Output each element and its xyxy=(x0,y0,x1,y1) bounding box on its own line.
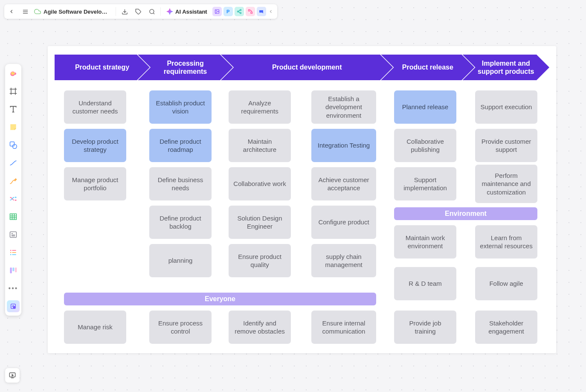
ai-assistant-label: AI Assistant xyxy=(175,9,207,15)
card-define-business[interactable]: Define business needs xyxy=(149,167,212,200)
svg-rect-15 xyxy=(251,12,252,14)
sticky-note-tool[interactable] xyxy=(7,121,20,133)
kanban-tool[interactable] xyxy=(7,264,20,276)
text-card-tool[interactable] xyxy=(7,229,20,241)
card-supply-chain[interactable]: supply chain management xyxy=(311,244,376,277)
phase-implement-support[interactable]: Implement and support products xyxy=(462,55,549,80)
pen-tool[interactable] xyxy=(7,175,20,187)
card-learn-external[interactable]: Learn from external resources xyxy=(475,225,537,258)
svg-rect-41 xyxy=(10,267,12,273)
card-manage-portfolio[interactable]: Manage product portfolio xyxy=(64,167,126,200)
band-everyone[interactable]: Everyone xyxy=(64,293,376,305)
table-tool[interactable] xyxy=(7,211,20,223)
diagram-canvas[interactable]: Product strategy Processing requirements… xyxy=(48,46,556,353)
tool-chip-chat[interactable] xyxy=(257,7,266,16)
top-toolbar: Agile Software Develop… AI Assistant P xyxy=(4,4,277,19)
separator xyxy=(116,7,116,16)
card-develop-strategy[interactable]: Develop product strategy xyxy=(64,129,126,162)
svg-rect-26 xyxy=(10,214,17,219)
card-rd-team[interactable]: R & D team xyxy=(394,267,456,300)
svg-rect-14 xyxy=(248,10,250,12)
band-environment[interactable]: Environment xyxy=(394,207,537,220)
svg-line-6 xyxy=(153,13,154,14)
phase-product-strategy[interactable]: Product strategy xyxy=(55,55,150,80)
svg-line-13 xyxy=(238,10,240,11)
connector-tool[interactable] xyxy=(7,157,20,169)
card-dev-environment[interactable]: Establish a development environment xyxy=(311,90,376,124)
search-button[interactable] xyxy=(145,6,158,17)
svg-line-12 xyxy=(238,12,240,13)
svg-point-38 xyxy=(10,250,12,251)
card-process-control[interactable]: Ensure process control xyxy=(149,311,212,344)
card-follow-agile[interactable]: Follow agile xyxy=(475,267,537,300)
card-support-impl[interactable]: Support implementation xyxy=(394,167,456,200)
card-planned-release[interactable]: Planned release xyxy=(394,90,456,124)
list-tool[interactable] xyxy=(7,247,20,258)
card-manage-risk[interactable]: Manage risk xyxy=(64,311,126,344)
menu-button[interactable] xyxy=(19,6,32,17)
tool-chip-image[interactable] xyxy=(212,7,222,16)
card-define-roadmap[interactable]: Define product roadmap xyxy=(149,129,212,162)
svg-point-11 xyxy=(240,12,241,14)
phase-processing-requirements[interactable]: Processing requirements xyxy=(138,55,233,80)
ai-assistant-button[interactable]: AI Assistant xyxy=(163,6,211,17)
card-define-backlog[interactable]: Define product backlog xyxy=(149,206,212,239)
card-understand-needs[interactable]: Understand customer needs xyxy=(64,90,126,124)
card-establish-vision[interactable]: Establish product vision xyxy=(149,90,212,124)
card-analyze-reqs[interactable]: Analyze requirements xyxy=(229,90,291,124)
tool-chip-share[interactable] xyxy=(235,7,244,16)
download-button[interactable] xyxy=(118,6,131,17)
mindmap-tool[interactable] xyxy=(7,67,20,79)
templates-button[interactable]: b xyxy=(7,300,20,312)
cloud-sync-icon xyxy=(34,8,41,15)
card-integration-testing[interactable]: Integration Testing xyxy=(311,129,376,162)
card-configure-product[interactable]: Configure product xyxy=(311,206,376,239)
card-maintain-env[interactable]: Maintain work environment xyxy=(394,225,456,258)
card-planning[interactable]: planning xyxy=(149,244,212,277)
card-solution-engineer[interactable]: Solution Design Engineer xyxy=(229,206,291,239)
svg-point-9 xyxy=(240,9,241,11)
document-title-wrap[interactable]: Agile Software Develop… xyxy=(32,8,113,15)
card-stakeholder[interactable]: Stakeholder engagement xyxy=(475,311,537,344)
phase-header-row: Product strategy Processing requirements… xyxy=(55,55,549,80)
svg-point-5 xyxy=(149,9,154,13)
document-title: Agile Software Develop… xyxy=(44,9,110,15)
card-job-training[interactable]: Provide job training xyxy=(394,311,456,344)
collapse-toolbar-button[interactable] xyxy=(267,6,275,17)
svg-rect-43 xyxy=(15,267,17,272)
more-tools-button[interactable]: ••• xyxy=(7,282,20,294)
svg-rect-31 xyxy=(10,232,17,237)
card-internal-comm[interactable]: Ensure internal communication xyxy=(311,311,376,344)
svg-point-10 xyxy=(237,11,238,12)
card-maintain-arch[interactable]: Maintain architecture xyxy=(229,129,291,162)
card-customer-support[interactable]: Provide customer support xyxy=(475,129,537,162)
tag-button[interactable] xyxy=(132,6,145,17)
tool-chip-p[interactable]: P xyxy=(223,7,233,16)
card-customer-acceptance[interactable]: Achieve customer acceptance xyxy=(311,167,376,200)
svg-rect-42 xyxy=(12,267,14,271)
shape-tool[interactable] xyxy=(7,139,20,151)
text-tool[interactable] xyxy=(7,103,20,115)
tool-sidebar: ••• b xyxy=(5,64,21,316)
phase-product-development[interactable]: Product development xyxy=(221,55,393,80)
svg-point-40 xyxy=(10,254,12,256)
separator xyxy=(160,7,161,16)
swap-tool[interactable] xyxy=(7,193,20,205)
card-collab-work[interactable]: Collaborative work xyxy=(229,167,291,200)
present-button[interactable] xyxy=(5,368,20,383)
svg-point-25 xyxy=(15,200,16,201)
card-maintenance[interactable]: Perform maintenance and customization xyxy=(475,165,537,203)
card-support-exec[interactable]: Support execution xyxy=(475,90,537,124)
svg-point-23 xyxy=(12,144,17,148)
card-remove-obstacles[interactable]: Identify and remove obstacles xyxy=(229,311,291,344)
phase-product-release[interactable]: Product release xyxy=(381,55,474,80)
card-collab-publishing[interactable]: Collaborative publishing xyxy=(394,129,456,162)
svg-point-24 xyxy=(15,197,16,198)
tool-chip-flow[interactable] xyxy=(246,7,255,16)
frame-tool[interactable] xyxy=(7,85,20,97)
ai-sparkle-icon xyxy=(166,8,173,15)
svg-point-39 xyxy=(10,252,12,253)
svg-marker-48 xyxy=(12,375,13,376)
card-ensure-quality[interactable]: Ensure product quality xyxy=(229,244,291,277)
back-button[interactable] xyxy=(5,6,18,17)
